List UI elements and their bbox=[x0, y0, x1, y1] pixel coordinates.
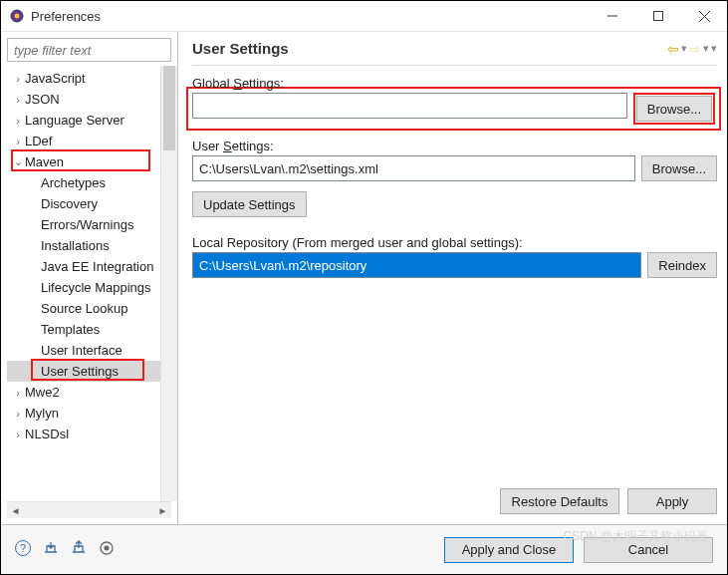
tree-item-archetypes[interactable]: ›Archetypes bbox=[7, 172, 160, 193]
right-pane: User Settings ⇦▾ ⇨▾ ▾ Global Settings: B… bbox=[178, 32, 727, 524]
forward-menu-icon[interactable]: ▾ bbox=[703, 42, 709, 55]
expand-icon[interactable]: › bbox=[11, 94, 25, 106]
tree-item-lifecycle-mappings[interactable]: ›Lifecycle Mappings bbox=[7, 277, 160, 298]
forward-icon[interactable]: ⇨ bbox=[689, 41, 701, 57]
tree-item-nlsdsl[interactable]: ›NLSDsl bbox=[7, 424, 160, 444]
maximize-button[interactable] bbox=[635, 1, 681, 31]
tree-item-label: Errors/Warnings bbox=[41, 217, 133, 232]
tree-item-source-lookup[interactable]: ›Source Lookup bbox=[7, 298, 160, 319]
tree-item-label: Discovery bbox=[41, 196, 98, 211]
back-icon[interactable]: ⇦ bbox=[667, 41, 679, 57]
browse-highlight: Browse... bbox=[633, 93, 715, 125]
red-highlight-box bbox=[11, 149, 150, 171]
update-settings-button[interactable]: Update Settings bbox=[192, 191, 307, 217]
footer-buttons: Apply and Close Cancel bbox=[444, 537, 713, 563]
tree-item-user-interface[interactable]: ›User Interface bbox=[7, 340, 160, 361]
export-icon[interactable] bbox=[71, 540, 87, 559]
svg-rect-3 bbox=[654, 12, 663, 21]
tree-item-label: JSON bbox=[25, 92, 60, 107]
tree-item-label: JavaScript bbox=[25, 71, 86, 86]
expand-icon[interactable]: › bbox=[11, 429, 25, 440]
reindex-button[interactable]: Reindex bbox=[647, 252, 717, 278]
user-settings-label: User Settings: bbox=[192, 139, 717, 153]
left-pane: ›JavaScript›JSON›Language Server›LDef⌄Ma… bbox=[1, 32, 178, 524]
tree-vertical-scrollbar[interactable] bbox=[160, 66, 177, 501]
minimize-button[interactable] bbox=[590, 1, 635, 31]
tree-item-label: User Interface bbox=[41, 343, 122, 358]
tree-item-label: Archetypes bbox=[41, 175, 106, 190]
tree-item-discovery[interactable]: ›Discovery bbox=[7, 193, 160, 214]
close-button[interactable] bbox=[681, 1, 727, 31]
tree-item-label: Source Lookup bbox=[41, 301, 127, 316]
app-icon bbox=[9, 8, 25, 24]
tree-item-label: Mwe2 bbox=[25, 385, 60, 400]
svg-point-7 bbox=[105, 546, 110, 551]
window-title: Preferences bbox=[31, 9, 590, 24]
tree-item-label: Language Server bbox=[25, 113, 124, 128]
help-icon[interactable]: ? bbox=[15, 540, 31, 556]
tree-item-label: Java EE Integration bbox=[41, 259, 153, 274]
page-header: User Settings ⇦▾ ⇨▾ ▾ bbox=[192, 40, 717, 66]
tree-item-installations[interactable]: ›Installations bbox=[7, 235, 160, 256]
tree-item-templates[interactable]: ›Templates bbox=[7, 319, 160, 340]
tree-item-label: NLSDsl bbox=[25, 427, 69, 441]
tree-item-language-server[interactable]: ›Language Server bbox=[7, 110, 160, 131]
nav-icons: ⇦▾ ⇨▾ ▾ bbox=[667, 41, 717, 57]
expand-icon[interactable]: › bbox=[11, 73, 25, 85]
tree-horizontal-scrollbar[interactable]: ◄► bbox=[7, 501, 171, 518]
window-controls bbox=[590, 1, 727, 31]
cancel-button[interactable]: Cancel bbox=[584, 537, 713, 563]
page-buttons: Restore Defaults Apply bbox=[192, 484, 717, 524]
tree-item-label: Mylyn bbox=[25, 406, 59, 421]
svg-point-1 bbox=[15, 14, 20, 19]
apply-and-close-button[interactable]: Apply and Close bbox=[444, 537, 574, 563]
user-browse-button[interactable]: Browse... bbox=[641, 155, 717, 181]
tree-item-mylyn[interactable]: ›Mylyn bbox=[7, 403, 160, 424]
tree-item-mwe2[interactable]: ›Mwe2 bbox=[7, 382, 160, 403]
user-settings-input[interactable] bbox=[192, 155, 635, 181]
dialog-footer: ? Apply and Close Cancel bbox=[1, 524, 727, 574]
tree-item-label: Installations bbox=[41, 238, 110, 253]
global-settings-highlight: Browse... bbox=[186, 87, 721, 131]
expand-icon[interactable]: › bbox=[11, 115, 25, 127]
preferences-tree[interactable]: ›JavaScript›JSON›Language Server›LDef⌄Ma… bbox=[7, 66, 160, 501]
import-icon[interactable] bbox=[43, 540, 59, 559]
page-title: User Settings bbox=[192, 40, 667, 57]
expand-icon[interactable]: › bbox=[11, 408, 25, 420]
back-menu-icon[interactable]: ▾ bbox=[681, 42, 687, 55]
tree-item-json[interactable]: ›JSON bbox=[7, 89, 160, 110]
settings-form: Global Settings: Browse... User Settings… bbox=[192, 76, 717, 484]
tree-item-label: LDef bbox=[25, 134, 52, 148]
tree-item-label: Templates bbox=[41, 322, 100, 337]
expand-icon[interactable]: › bbox=[11, 387, 25, 399]
tree-item-ldef[interactable]: ›LDef bbox=[7, 131, 160, 151]
apply-button[interactable]: Apply bbox=[627, 488, 717, 514]
global-browse-button[interactable]: Browse... bbox=[636, 96, 712, 122]
filter-input[interactable] bbox=[7, 38, 171, 62]
global-settings-input[interactable] bbox=[192, 93, 627, 119]
title-bar: Preferences bbox=[1, 1, 727, 32]
restore-defaults-button[interactable]: Restore Defaults bbox=[500, 488, 619, 514]
local-repo-label: Local Repository (From merged user and g… bbox=[192, 235, 717, 250]
tree-item-label: Lifecycle Mappings bbox=[41, 280, 151, 295]
red-highlight-box bbox=[31, 359, 144, 381]
tree-item-java-ee-integration[interactable]: ›Java EE Integration bbox=[7, 256, 160, 277]
expand-icon[interactable]: › bbox=[11, 136, 25, 147]
tree-item-javascript[interactable]: ›JavaScript bbox=[7, 68, 160, 89]
local-repo-input[interactable] bbox=[192, 252, 641, 278]
footer-icons: ? bbox=[15, 540, 444, 559]
record-icon[interactable] bbox=[99, 540, 115, 559]
tree-item-errors-warnings[interactable]: ›Errors/Warnings bbox=[7, 214, 160, 235]
filter-container bbox=[7, 38, 171, 62]
view-menu-icon[interactable]: ▾ bbox=[711, 42, 717, 55]
